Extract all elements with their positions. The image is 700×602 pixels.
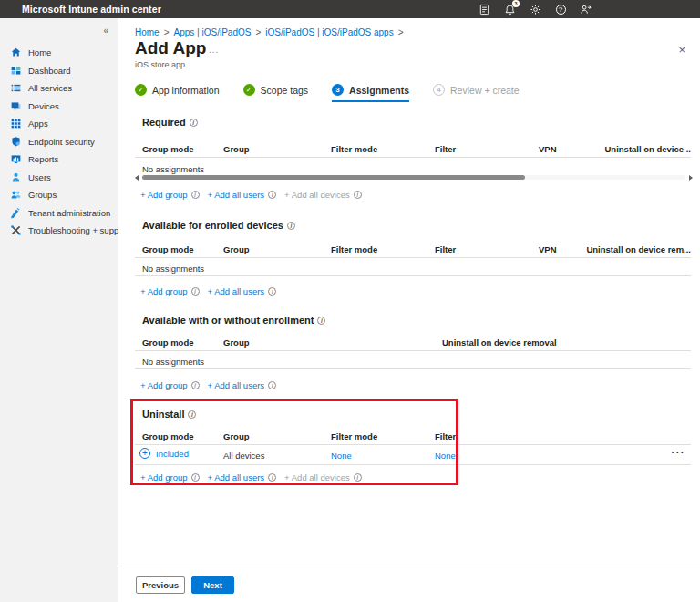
info-icon[interactable]	[191, 191, 200, 199]
info-icon[interactable]	[191, 381, 200, 389]
plus-circle-icon	[139, 448, 150, 459]
info-icon[interactable]	[268, 381, 276, 389]
sidebar-item-all-services[interactable]: All services	[0, 79, 118, 98]
column-header-uninstall: Uninstall on device removal	[442, 337, 557, 348]
sidebar-item-label: Endpoint security	[28, 137, 95, 147]
uninstall-section-title: Uninstall	[142, 409, 196, 420]
sidebar-item-home[interactable]: Home	[0, 44, 118, 62]
table-divider	[135, 257, 691, 258]
section-title-text: Available for enrolled devices	[142, 220, 283, 231]
info-icon[interactable]	[188, 410, 196, 419]
sidebar-item-devices[interactable]: Devices	[0, 98, 118, 116]
info-icon[interactable]	[268, 473, 276, 482]
notification-badge: 3	[512, 0, 520, 7]
info-icon[interactable]	[268, 191, 276, 199]
notifications-bell-icon[interactable]: 3	[503, 3, 516, 16]
column-header-group-mode: Group mode	[142, 431, 193, 441]
sidebar-item-tenant-administration[interactable]: Tenant administration	[0, 204, 118, 223]
tenant-administration-icon	[10, 207, 22, 219]
info-icon[interactable]	[317, 317, 325, 325]
add-all-users-link[interactable]: + Add all users	[208, 286, 265, 296]
info-icon[interactable]	[268, 287, 276, 296]
info-icon[interactable]	[191, 287, 200, 296]
included-group-mode-link[interactable]: Included	[139, 448, 189, 459]
horizontal-scrollbar	[135, 173, 693, 182]
next-button[interactable]: Next	[191, 576, 234, 594]
column-header-group: Group	[223, 144, 250, 154]
column-header-group: Group	[223, 337, 250, 348]
info-icon[interactable]	[354, 191, 362, 199]
add-group-link[interactable]: + Add group	[140, 286, 188, 296]
column-header-filter-mode: Filter mode	[331, 244, 377, 254]
sidebar-item-reports[interactable]: Reports	[0, 150, 118, 169]
wizard-steps: App information Scope tags 3 Assignments…	[135, 84, 520, 102]
app-window: Microsoft Intune admin center 3	[0, 0, 700, 602]
sidebar-item-dashboard[interactable]: Dashboard	[0, 62, 118, 80]
step-label: Review + create	[450, 85, 520, 96]
available-enrolled-section-title: Available for enrolled devices	[142, 220, 295, 231]
add-group-link[interactable]: + Add group	[140, 472, 188, 483]
row-context-menu-icon[interactable]	[672, 447, 686, 458]
sidebar-collapse-icon[interactable]	[103, 26, 108, 36]
settings-gear-icon[interactable]	[529, 3, 541, 16]
close-icon[interactable]	[678, 44, 685, 56]
breadcrumb-apps-ios[interactable]: Apps | iOS/iPadOS	[174, 27, 252, 37]
sidebar-item-label: Apps	[28, 119, 48, 129]
breadcrumb-home[interactable]: Home	[135, 27, 160, 37]
sidebar-item-endpoint-security[interactable]: Endpoint security	[0, 133, 118, 151]
add-group-link[interactable]: + Add group	[140, 380, 188, 390]
step-number-badge: 3	[332, 84, 344, 96]
required-section-title: Required	[142, 117, 198, 128]
top-bar: Microsoft Intune admin center 3	[0, 0, 700, 18]
tab-review-create[interactable]: 4 Review + create	[433, 84, 520, 100]
page-title-menu-icon[interactable]	[209, 45, 219, 55]
column-header-group: Group	[223, 244, 250, 254]
tab-scope-tags[interactable]: Scope tags	[243, 84, 309, 100]
previous-button[interactable]: Previous	[136, 576, 185, 594]
page-title: Add App	[135, 38, 206, 58]
tab-assignments[interactable]: 3 Assignments	[332, 84, 409, 102]
feedback-icon[interactable]	[580, 3, 592, 16]
add-all-users-link[interactable]: + Add all users	[208, 380, 265, 390]
add-all-devices-link: + Add all devices	[284, 472, 350, 483]
help-question-glyph	[556, 5, 566, 15]
scroll-right-icon[interactable]	[689, 175, 693, 181]
column-header-filter-mode: Filter mode	[331, 431, 377, 441]
section-title-text: Available with or without enrollment	[142, 315, 314, 326]
add-all-devices-link: + Add all devices	[284, 190, 350, 200]
add-all-users-link[interactable]: + Add all users	[208, 472, 265, 483]
sidebar-item-apps[interactable]: Apps	[0, 115, 118, 133]
info-icon[interactable]	[354, 473, 362, 482]
scrollbar-thumb[interactable]	[142, 175, 525, 180]
available-without-enrollment-section-title: Available with or without enrollment	[142, 315, 325, 326]
column-header-uninstall: Uninstall on device rem...	[586, 244, 691, 254]
tab-app-information[interactable]: App information	[135, 84, 220, 100]
filter-link[interactable]: None	[435, 451, 456, 461]
sidebar-item-groups[interactable]: Groups	[0, 186, 118, 204]
add-group-link[interactable]: + Add group	[140, 190, 188, 200]
info-icon[interactable]	[190, 119, 198, 127]
sidebar-item-users[interactable]: Users	[0, 169, 118, 187]
breadcrumb-ios-apps[interactable]: iOS/iPadOS | iOS/iPadOS apps	[265, 27, 393, 37]
info-icon[interactable]	[191, 473, 200, 482]
add-all-users-link[interactable]: + Add all users	[208, 190, 265, 200]
group-cell: All devices	[223, 451, 264, 461]
filter-mode-link[interactable]: None	[331, 451, 352, 461]
breadcrumb: Home > Apps | iOS/iPadOS > iOS/iPadOS | …	[135, 27, 404, 37]
info-icon[interactable]	[287, 222, 295, 230]
step-complete-check-icon	[243, 84, 255, 96]
sidebar-item-label: Groups	[28, 190, 57, 200]
available-enrolled-add-links: + Add group + Add all users	[140, 286, 284, 296]
help-icon[interactable]	[554, 3, 567, 16]
included-label: Included	[156, 449, 189, 459]
sidebar: Home Dashboard All services Devices Apps…	[0, 18, 118, 602]
required-add-links: + Add group + Add all users + Add all de…	[140, 190, 370, 200]
table-divider	[135, 157, 691, 158]
sidebar-item-troubleshooting-support[interactable]: Troubleshooting + support	[0, 222, 118, 240]
page-subtitle: iOS store app	[135, 60, 185, 69]
endpoint-security-shield-icon	[10, 136, 22, 148]
column-header-group: Group	[223, 431, 250, 441]
scroll-left-icon[interactable]	[135, 175, 139, 181]
breadcrumb-separator: >	[398, 27, 404, 37]
notepad-icon[interactable]	[478, 3, 490, 16]
